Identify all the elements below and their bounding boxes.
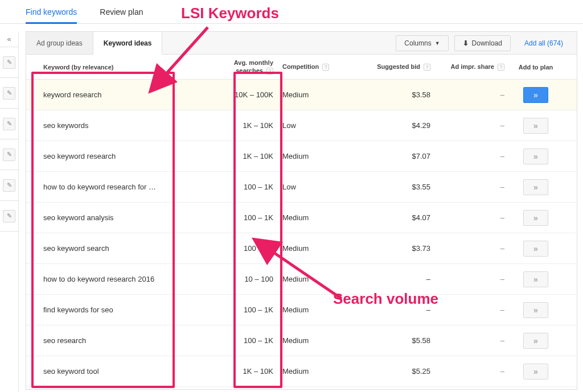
cell-avg-searches: 100 – 1K [220,306,277,315]
cell-add: » [510,241,561,257]
cell-add: » [510,271,561,287]
cell-keyword[interactable]: keyword research [26,90,220,99]
cell-keyword[interactable]: how to do keyword research for … [26,183,220,191]
caret-down-icon: ▼ [435,40,440,46]
col-avg-searches[interactable]: Avg. monthly searches ? [220,59,277,74]
table-row: seo keyword search100 – 1KMedium$3.73–» [26,233,577,264]
cell-impr-share: – [436,90,510,99]
cell-competition: Medium [277,244,351,253]
col-competition[interactable]: Competition ? [277,63,351,71]
table-row: how to do keyword research for …100 – 1K… [26,172,577,203]
pencil-icon[interactable]: ✎ [3,118,15,130]
cell-impr-share: – [436,213,510,222]
cell-suggested-bid: – [351,306,436,314]
add-to-plan-button[interactable]: » [523,87,548,103]
download-label: Download [472,39,502,47]
add-to-plan-button[interactable]: » [523,118,548,134]
add-to-plan-button[interactable]: » [523,271,548,287]
cell-impr-share: – [436,336,510,345]
cell-competition: Low [277,183,351,191]
cell-keyword[interactable]: seo keyword tool [26,367,220,376]
table-body: keyword research10K – 100KMedium$3.58–»s… [26,80,577,387]
cell-suggested-bid: $5.25 [351,367,436,376]
panel-header: Ad group ideas Keyword ideas Columns ▼ ⬇… [26,32,577,55]
cell-suggested-bid: – [351,275,436,283]
col-search-line1: Avg. monthly [220,59,273,67]
cell-avg-searches: 1K – 10K [220,121,277,130]
cell-avg-searches: 1K – 10K [220,367,277,376]
col-impr-share[interactable]: Ad impr. share ? [436,63,510,71]
cell-keyword[interactable]: seo keyword analysis [26,213,220,222]
add-to-plan-button[interactable]: » [523,241,548,257]
add-to-plan-button[interactable]: » [523,210,548,226]
cell-competition: Medium [277,90,351,99]
columns-button[interactable]: Columns ▼ [396,35,448,51]
table-row: seo keyword research1K – 10KMedium$7.07–… [26,141,577,172]
cell-suggested-bid: $3.55 [351,183,436,191]
pencil-icon[interactable]: ✎ [3,210,15,222]
cell-keyword[interactable]: seo keyword search [26,244,220,253]
header-actions: Columns ▼ ⬇ Download Add all (674) [396,32,577,54]
col-competition-label: Competition [282,63,319,70]
cell-impr-share: – [436,121,510,130]
cell-add: » [510,87,561,103]
help-icon[interactable]: ? [322,64,329,71]
col-add-to-plan: Add to plan [510,64,561,71]
results-panel: Ad group ideas Keyword ideas Columns ▼ ⬇… [26,31,577,390]
table-row: find keywords for seo100 – 1KMedium––» [26,295,577,325]
cell-add: » [510,333,561,349]
col-keyword[interactable]: Keyword (by relevance) [26,64,220,71]
side-strip: « ✎ ✎ ✎ ✎ ✎ ✎ [0,31,19,392]
cell-impr-share: – [436,152,510,160]
cell-keyword[interactable]: seo keyword research [26,152,220,160]
cell-avg-searches: 1K – 10K [220,152,277,161]
cell-keyword[interactable]: seo research [26,336,220,345]
cell-impr-share: – [436,244,510,253]
pencil-icon[interactable]: ✎ [3,56,15,69]
cell-avg-searches: 100 – 1K [220,336,277,345]
tab-ad-group-ideas[interactable]: Ad group ideas [26,32,93,54]
tab-keyword-ideas[interactable]: Keyword ideas [93,32,163,55]
pencil-icon[interactable]: ✎ [3,179,15,192]
cell-suggested-bid: $7.07 [351,152,436,160]
add-to-plan-button[interactable]: » [523,302,548,318]
pencil-icon[interactable]: ✎ [3,87,15,100]
idea-tabs: Ad group ideas Keyword ideas [26,32,162,54]
add-to-plan-button[interactable]: » [523,364,548,379]
cell-keyword[interactable]: find keywords for seo [26,306,220,314]
add-to-plan-button[interactable]: » [523,148,548,164]
table-row: seo keyword analysis100 – 1KMedium$4.07–… [26,203,577,233]
nav-review-plan[interactable]: Review plan [100,0,143,24]
help-icon[interactable]: ? [424,64,430,71]
cell-suggested-bid: $4.07 [351,213,436,222]
cell-avg-searches: 100 – 1K [220,244,277,253]
help-icon[interactable]: ? [498,64,504,71]
cell-competition: Medium [277,306,351,314]
cell-impr-share: – [436,306,510,314]
cell-competition: Medium [277,213,351,222]
table-row: seo keyword tool1K – 10KMedium$5.25–» [26,356,577,387]
pencil-icon[interactable]: ✎ [3,148,15,161]
add-to-plan-button[interactable]: » [523,179,548,195]
col-bid-label: Suggested bid [377,63,420,70]
table-row: keyword research10K – 100KMedium$3.58–» [26,80,577,110]
col-impr-label: Ad impr. share [451,63,494,70]
col-suggested-bid[interactable]: Suggested bid ? [351,63,436,71]
help-icon[interactable]: ? [266,68,273,75]
add-to-plan-button[interactable]: » [523,333,548,349]
cell-competition: Medium [277,367,351,376]
cell-avg-searches: 10 – 100 [220,275,277,284]
cell-add: » [510,302,561,318]
collapse-sidebar-button[interactable]: « [0,31,18,47]
top-nav: Find keywords Review plan [0,0,583,24]
cell-competition: Medium [277,152,351,160]
download-button[interactable]: ⬇ Download [454,35,511,51]
cell-keyword[interactable]: seo keywords [26,121,220,130]
table-header: Keyword (by relevance) Avg. monthly sear… [26,55,577,80]
add-all-button[interactable]: Add all (674) [516,36,571,51]
cell-suggested-bid: $4.29 [351,121,436,130]
nav-find-keywords[interactable]: Find keywords [26,0,77,24]
cell-impr-share: – [436,367,510,376]
cell-keyword[interactable]: how to do keyword research 2016 [26,275,220,283]
cell-avg-searches: 10K – 100K [220,90,277,100]
